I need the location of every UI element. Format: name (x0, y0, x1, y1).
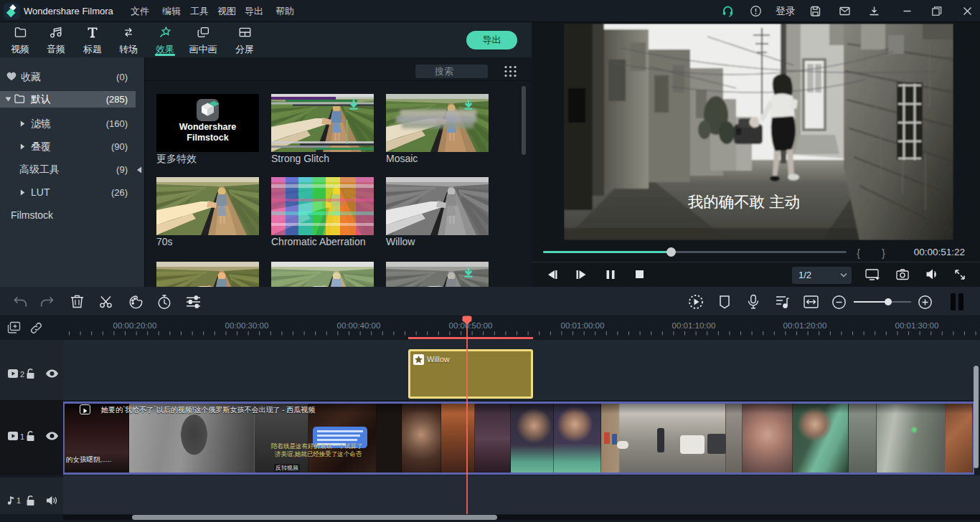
svg-text:Wondershare: Wondershare (179, 122, 237, 132)
svg-text:我的确不敢 主动: 我的确不敢 主动 (688, 194, 800, 211)
svg-text:1: 1 (20, 432, 24, 441)
svg-text:2: 2 (20, 370, 24, 379)
svg-text:Filmstock: Filmstock (187, 133, 228, 143)
svg-text:1: 1 (17, 496, 21, 505)
